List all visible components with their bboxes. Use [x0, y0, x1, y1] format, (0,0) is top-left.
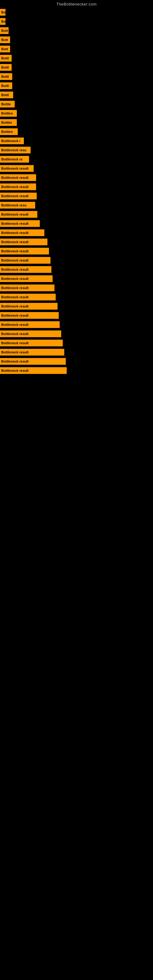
bar-label: Bottleneck result: [0, 321, 60, 328]
bar-label: Bottleneck resu: [0, 202, 35, 208]
bar-label: Bott: [0, 37, 10, 43]
bar-row: Bottleneck result: [0, 164, 153, 173]
bar-label: Bottleneck result: [0, 303, 57, 310]
bar-label: Bottl: [0, 92, 13, 98]
bar-label: Bottleneck result: [0, 239, 48, 245]
bar-label: Bo: [0, 9, 5, 16]
bar-row: Bottleneck result: [0, 348, 153, 357]
bar-row: Bottl: [0, 90, 153, 100]
bar-label: Bottlen: [0, 128, 18, 135]
bar-label: Bottl: [0, 64, 12, 71]
bar-row: Bottle: [0, 100, 153, 109]
bar-row: Bottleneck re: [0, 155, 153, 164]
bar-row: Bottlen: [0, 109, 153, 118]
bar-label: Bottleneck result: [0, 312, 59, 319]
bar-label: Bottler: [0, 119, 17, 126]
bar-row: Bottleneck result: [0, 173, 153, 182]
bar-row: Bottleneck result: [0, 256, 153, 265]
bar-row: Bottleneck result: [0, 339, 153, 348]
bar-label: Bottleneck result: [0, 165, 33, 172]
bar-label: Bottleneck result: [0, 367, 67, 374]
bar-label: Bottleneck result: [0, 275, 53, 282]
bar-label: Bo: [0, 18, 5, 25]
bar-row: Bottleneck result: [0, 283, 153, 293]
bars-container: BoBoBottBottBottBottlBottlBottlBottlBott…: [0, 8, 153, 375]
bar-row: Bottl: [0, 54, 153, 63]
bar-label: Bottleneck re: [0, 156, 29, 162]
bar-row: Bottleneck result: [0, 265, 153, 274]
bar-row: Bottleneck result: [0, 293, 153, 302]
bar-row: Bottler: [0, 118, 153, 127]
bar-row: Bottleneck r: [0, 136, 153, 145]
bar-row: Bottleneck result: [0, 182, 153, 191]
bar-row: Bottleneck result: [0, 219, 153, 228]
bar-label: Bottl: [0, 55, 12, 62]
bar-label: Bottleneck result: [0, 349, 64, 356]
bar-label: Bottleneck result: [0, 183, 36, 190]
bar-row: Bo: [0, 8, 153, 17]
bar-row: Bottleneck result: [0, 210, 153, 219]
bar-label: Bottleneck result: [0, 211, 37, 218]
bar-label: Bottleneck result: [0, 266, 51, 273]
bar-label: Bott: [0, 27, 9, 34]
bar-row: Bottleneck result: [0, 357, 153, 366]
bar-row: Bott: [0, 26, 153, 35]
bar-row: Bottleneck result: [0, 191, 153, 200]
bar-row: Bottleneck result: [0, 320, 153, 329]
bar-label: Bottleneck result: [0, 220, 40, 227]
bar-row: Bott: [0, 35, 153, 45]
bar-label: Bottle: [0, 101, 15, 108]
bar-label: Bottleneck result: [0, 331, 61, 337]
bar-row: Bottleneck result: [0, 228, 153, 237]
bar-row: Bottleneck result: [0, 237, 153, 247]
bar-row: Bottleneck result: [0, 366, 153, 375]
bar-label: Bottl: [0, 73, 12, 80]
bar-label: Bottleneck resu: [0, 147, 30, 153]
bar-row: Bottleneck resu: [0, 145, 153, 155]
bar-label: Bottleneck result: [0, 294, 56, 301]
bar-row: Bottleneck result: [0, 311, 153, 320]
bar-label: Bottleneck result: [0, 340, 63, 346]
bar-row: Bottleneck result: [0, 329, 153, 339]
bar-label: Bott: [0, 46, 10, 52]
bar-label: Bottlen: [0, 110, 17, 117]
bar-label: Bottleneck result: [0, 192, 37, 199]
bar-label: Bottleneck result: [0, 285, 54, 291]
bar-row: Bottlen: [0, 127, 153, 136]
site-title: TheBottlenecker.com: [0, 0, 153, 8]
bar-row: Bottleneck resu: [0, 200, 153, 210]
bar-row: Bott: [0, 45, 153, 54]
bar-row: Bottleneck result: [0, 302, 153, 311]
bar-row: Bo: [0, 17, 153, 26]
bar-label: Bottleneck r: [0, 137, 24, 144]
bar-label: Bottleneck result: [0, 248, 49, 255]
bar-label: Bottleneck result: [0, 257, 51, 264]
bar-label: Bottleneck result: [0, 358, 66, 365]
bar-label: Bottl: [0, 83, 12, 89]
bar-label: Bottleneck result: [0, 229, 45, 236]
bar-row: Bottl: [0, 81, 153, 90]
bar-row: Bottleneck result: [0, 247, 153, 256]
bar-row: Bottl: [0, 63, 153, 72]
bar-row: Bottl: [0, 72, 153, 81]
bar-label: Bottleneck result: [0, 174, 36, 181]
bar-row: Bottleneck result: [0, 274, 153, 283]
